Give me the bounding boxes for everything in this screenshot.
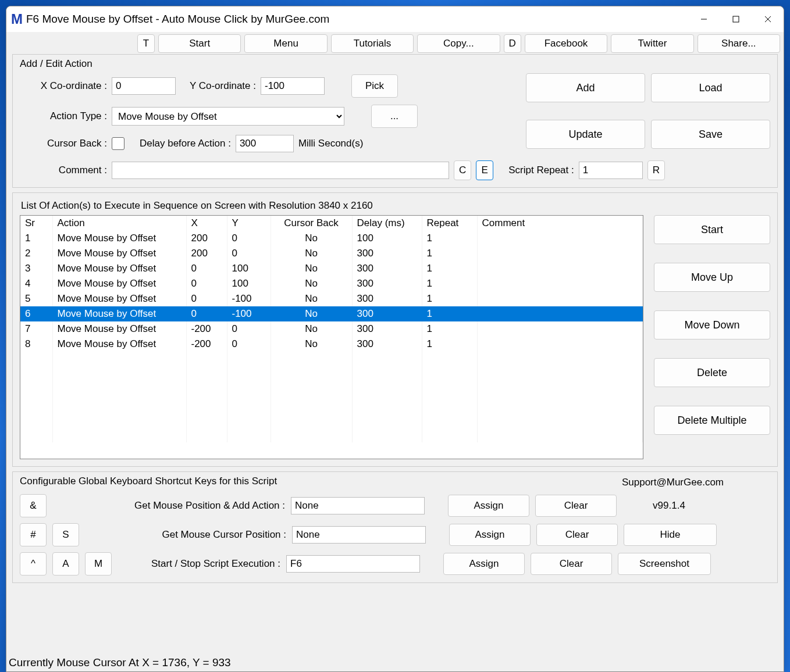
cursor-back-label: Cursor Back : [20, 138, 107, 149]
cell-sr: 6 [20, 306, 52, 321]
svg-rect-1 [733, 16, 739, 22]
cell-x: 200 [186, 231, 227, 246]
pick-button[interactable]: Pick [351, 74, 398, 98]
cursor-back-checkbox[interactable] [112, 137, 124, 150]
start-button[interactable]: Start [654, 215, 770, 244]
table-row[interactable]: 5Move Mouse by Offset0-100No3001 [20, 291, 643, 306]
cell-repeat: 1 [422, 337, 477, 352]
hide-button[interactable]: Hide [624, 524, 717, 546]
tutorials-button[interactable]: Tutorials [331, 34, 414, 53]
share-button[interactable]: Share... [698, 34, 780, 53]
col-delay[interactable]: Delay (ms) [352, 216, 422, 231]
minimize-button[interactable] [688, 6, 720, 32]
cell-comment [477, 321, 643, 337]
actions-table-container[interactable]: Sr Action X Y Cursor Back Delay (ms) Rep… [20, 215, 643, 459]
table-row[interactable]: 4Move Mouse by Offset0100No3001 [20, 276, 643, 291]
c-button[interactable]: C [454, 160, 471, 180]
maximize-button[interactable] [720, 6, 752, 32]
table-row[interactable]: 6Move Mouse by Offset0-100No3001 [20, 306, 643, 321]
x-input[interactable] [112, 77, 176, 95]
save-button[interactable]: Save [651, 120, 770, 149]
facebook-button[interactable]: Facebook [525, 34, 607, 53]
start-top-button[interactable]: Start [158, 34, 241, 53]
support-link[interactable]: Support@MurGee.com [622, 477, 770, 488]
cell-x: 200 [186, 246, 227, 261]
move-up-button[interactable]: Move Up [654, 263, 770, 292]
menu-button[interactable]: Menu [244, 34, 327, 53]
cell-action: Move Mouse by Offset [52, 291, 186, 306]
cell-comment [477, 276, 643, 291]
cell-sr: 5 [20, 291, 52, 306]
shortcuts-group: Configurable Global Keyboard Shortcut Ke… [12, 471, 778, 583]
cell-action: Move Mouse by Offset [52, 231, 186, 246]
table-row[interactable]: 7Move Mouse by Offset-2000No3001 [20, 321, 643, 337]
sc-row3-input[interactable] [286, 555, 420, 573]
hash-button[interactable]: # [20, 523, 47, 546]
sc-row1-input[interactable] [291, 497, 425, 514]
cell-comment [477, 306, 643, 321]
sc-row3-assign[interactable]: Assign [443, 553, 525, 575]
move-down-button[interactable]: Move Down [654, 310, 770, 339]
cell-cb: No [271, 261, 352, 276]
dots-button[interactable]: ... [371, 105, 418, 128]
col-repeat[interactable]: Repeat [422, 216, 477, 231]
titlebar: M F6 Move Mouse by Offset - Auto Mouse C… [6, 6, 784, 32]
cell-cb: No [271, 337, 352, 352]
table-row[interactable]: 2Move Mouse by Offset2000No3001 [20, 246, 643, 261]
add-button[interactable]: Add [526, 73, 645, 102]
m-button[interactable]: M [85, 552, 112, 576]
sc-row1-assign[interactable]: Assign [448, 495, 529, 517]
table-row[interactable]: 8Move Mouse by Offset-2000No3001 [20, 337, 643, 352]
t-button[interactable]: T [137, 34, 155, 53]
a-button[interactable]: A [52, 552, 79, 576]
cell-action: Move Mouse by Offset [52, 246, 186, 261]
delay-label: Delay before Action : [140, 138, 231, 149]
col-y[interactable]: Y [227, 216, 271, 231]
cell-delay: 300 [352, 337, 422, 352]
sc-row3-clear[interactable]: Clear [531, 553, 612, 575]
screenshot-button[interactable]: Screenshot [618, 553, 711, 575]
r-button[interactable]: R [647, 160, 665, 180]
sc-row2-assign[interactable]: Assign [449, 524, 531, 546]
cell-delay: 300 [352, 261, 422, 276]
comment-input[interactable] [112, 162, 449, 179]
cell-y: 0 [227, 246, 271, 261]
close-button[interactable] [752, 6, 784, 32]
cell-sr: 1 [20, 231, 52, 246]
load-button[interactable]: Load [651, 73, 770, 102]
cell-cb: No [271, 321, 352, 337]
actions-table: Sr Action X Y Cursor Back Delay (ms) Rep… [20, 216, 643, 442]
amp-button[interactable]: & [20, 494, 47, 517]
s-button[interactable]: S [52, 523, 79, 546]
sc-row2-input[interactable] [292, 526, 426, 544]
sc-row2-clear[interactable]: Clear [536, 524, 618, 546]
table-header-row: Sr Action X Y Cursor Back Delay (ms) Rep… [20, 216, 643, 231]
cell-y: -100 [227, 306, 271, 321]
sc-row1-clear[interactable]: Clear [535, 495, 617, 517]
cell-repeat: 1 [422, 276, 477, 291]
y-input[interactable] [261, 77, 325, 95]
cell-x: 0 [186, 306, 227, 321]
table-row[interactable]: 3Move Mouse by Offset0100No3001 [20, 261, 643, 276]
d-button[interactable]: D [504, 34, 521, 53]
twitter-button[interactable]: Twitter [611, 34, 693, 53]
copy-button[interactable]: Copy... [417, 34, 500, 53]
cell-y: 100 [227, 261, 271, 276]
delete-multiple-button[interactable]: Delete Multiple [654, 406, 770, 435]
cell-delay: 100 [352, 231, 422, 246]
action-type-select[interactable]: Move Mouse by Offset [112, 107, 344, 126]
caret-button[interactable]: ^ [20, 552, 47, 576]
col-x[interactable]: X [186, 216, 227, 231]
col-comment[interactable]: Comment [477, 216, 643, 231]
e-button[interactable]: E [476, 160, 493, 180]
delay-input[interactable] [236, 135, 294, 152]
delete-button[interactable]: Delete [654, 358, 770, 387]
table-row-empty [20, 352, 643, 367]
table-row[interactable]: 1Move Mouse by Offset2000No1001 [20, 231, 643, 246]
script-repeat-input[interactable] [579, 162, 643, 179]
col-cursor-back[interactable]: Cursor Back [271, 216, 352, 231]
update-button[interactable]: Update [526, 120, 645, 149]
col-sr[interactable]: Sr [20, 216, 52, 231]
cell-x: 0 [186, 261, 227, 276]
col-action[interactable]: Action [52, 216, 186, 231]
